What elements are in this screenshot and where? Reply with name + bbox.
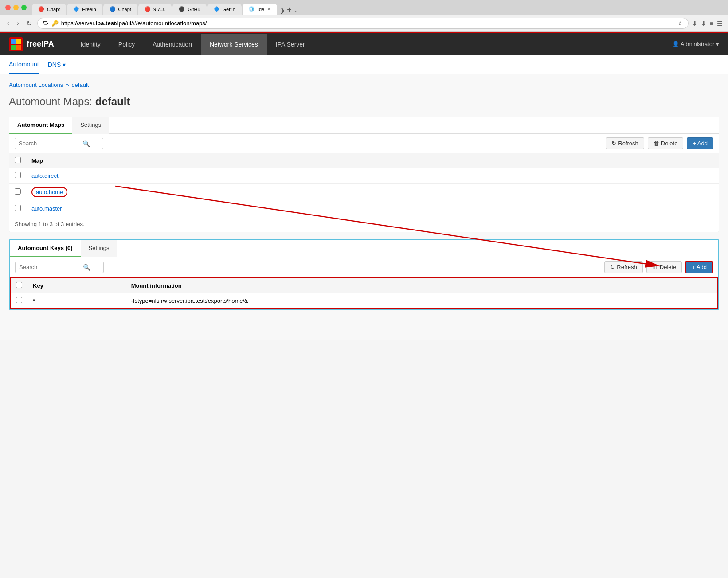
freeipa-logo-icon [9,37,23,51]
col-mount-header: Mount information [126,278,717,293]
search-icon[interactable]: 🔍 [82,140,90,147]
reload-button[interactable]: ↻ [24,18,34,28]
select-all-keys-checkbox[interactable] [16,282,22,288]
reader-icon[interactable]: ≡ [710,20,713,27]
trash-icon: 🗑 [652,264,658,270]
security-icon: 🛡 [43,20,49,27]
bookmark-icon[interactable]: ☆ [677,20,683,27]
nav-authentication[interactable]: Authentication [144,34,201,55]
search-icon[interactable]: 🔍 [83,264,90,271]
svg-rect-2 [16,39,21,44]
table-row: auto.master [9,201,719,216]
maps-table: Map auto.direct auto.home auto.master [9,153,719,216]
breadcrumb-current: default [71,82,89,88]
maps-refresh-button[interactable]: ↻ Refresh [606,137,644,149]
maps-toolbar: 🔍 ↻ Refresh 🗑 Delete + Add [9,134,719,153]
content-area: Automount Locations » default Automount … [0,74,728,340]
browser-tab[interactable]: 🔴 9.7.3. [138,4,172,15]
annotation-container: Automount Keys (0) Settings 🔍 ↻ Refresh … [9,239,719,310]
tab-automount-maps[interactable]: Automount Maps [9,117,72,134]
keys-search-input[interactable] [19,264,81,270]
tab-keys-settings[interactable]: Settings [81,240,117,257]
row-checkbox[interactable] [15,188,21,195]
browser-tab[interactable]: 🔵 Chapt [103,4,137,15]
svg-rect-4 [16,45,21,50]
tab-overflow-button[interactable]: ❯ [280,7,285,14]
maps-add-button[interactable]: + Add [687,137,713,149]
lock-icon: 🔑 [51,20,59,27]
browser-tab[interactable]: ⚫ GitHu [172,4,206,15]
refresh-icon: ↻ [611,140,616,147]
subnav-dns[interactable]: DNS ▾ [48,61,66,68]
mount-cell: -fstype=nfs,rw server.ipa.test:/exports/… [126,293,717,309]
keys-refresh-button[interactable]: ↻ Refresh [604,261,643,273]
key-row-checkbox[interactable] [16,297,22,303]
subnav-automount[interactable]: Automount [9,55,39,74]
main-nav: Identity Policy Authentication Network S… [72,34,314,55]
maps-delete-button[interactable]: 🗑 Delete [648,137,684,149]
col-map-header: Map [26,153,719,168]
tab-list-button[interactable]: ⌄ [294,7,299,14]
download-icon[interactable]: ⬇ [701,20,706,27]
nav-identity[interactable]: Identity [72,34,110,55]
breadcrumb-separator: » [66,82,69,88]
trash-icon: 🗑 [654,140,659,147]
svg-rect-3 [11,45,16,50]
keys-delete-button[interactable]: 🗑 Delete [646,261,682,273]
admin-menu[interactable]: 👤 Administrator ▾ [672,41,719,47]
keys-table: Key Mount information * -fstype=nfs,rw s… [11,278,717,308]
maps-search-box[interactable]: 🔍 [15,138,103,149]
minimize-button[interactable] [13,5,19,10]
panel-tabs: Automount Maps Settings [9,117,719,134]
row-checkbox[interactable] [15,172,21,178]
nav-policy[interactable]: Policy [110,34,144,55]
page-title: Automount Maps: default [9,95,719,108]
tab-close-icon[interactable]: ✕ [267,6,271,12]
browser-tab-active[interactable]: 🧊 Ide ✕ [243,4,277,15]
keys-toolbar: 🔍 ↻ Refresh 🗑 Delete + Add [10,257,718,277]
nav-network-services[interactable]: Network Services [201,34,267,55]
browser-tab[interactable]: 🔴 Chapt [32,4,66,15]
keys-panel-tabs: Automount Keys (0) Settings [10,240,718,257]
sub-nav: Automount DNS ▾ [0,55,728,74]
automount-keys-panel: Automount Keys (0) Settings 🔍 ↻ Refresh … [9,239,719,310]
browser-window: 🔴 Chapt 🔷 Freeip 🔵 Chapt 🔴 9.7.3. ⚫ [0,0,728,340]
keys-add-button[interactable]: + Add [685,261,713,273]
new-tab-button[interactable]: + [287,5,292,15]
svg-rect-1 [11,39,16,44]
row-checkbox[interactable] [15,205,21,211]
maps-showing-text: Showing 1 to 3 of 3 entries. [9,216,719,232]
back-button[interactable]: ‹ [5,19,11,28]
app-logo: freeIPA [9,37,54,51]
close-button[interactable] [5,5,11,10]
browser-tab[interactable]: 🔷 Freeip [67,4,102,15]
forward-button[interactable]: › [15,19,20,28]
maps-search-input[interactable] [19,140,81,147]
tab-settings[interactable]: Settings [72,117,109,134]
browser-tab[interactable]: 🔷 Gettin [207,4,242,15]
menu-icon[interactable]: ☰ [717,20,723,27]
table-row: auto.direct [9,168,719,184]
map-link-auto-master[interactable]: auto.master [31,205,62,212]
map-link-auto-direct[interactable]: auto.direct [31,172,59,179]
chevron-down-icon: ▾ [63,61,66,68]
col-key-header: Key [27,278,126,293]
keys-table-highlighted: Key Mount information * -fstype=nfs,rw s… [10,277,718,309]
automount-maps-panel: Automount Maps Settings 🔍 ↻ Refresh 🗑 De… [9,117,719,232]
refresh-icon: ↻ [610,264,615,270]
table-row: * -fstype=nfs,rw server.ipa.test:/export… [11,293,717,309]
address-bar[interactable]: 🛡 🔑 https://server.ipa.test/ipa/ui/#/e/a… [37,18,689,29]
select-all-maps-checkbox[interactable] [15,157,21,163]
maximize-button[interactable] [21,5,27,10]
map-link-auto-home[interactable]: auto.home [31,187,67,197]
pocket-icon[interactable]: ⬇ [692,20,697,27]
tab-automount-keys[interactable]: Automount Keys (0) [10,240,81,257]
nav-ipa-server[interactable]: IPA Server [267,34,314,55]
url-display: https://server.ipa.test/ipa/ui/#/e/autom… [61,20,207,27]
keys-search-box[interactable]: 🔍 [15,262,104,273]
key-cell: * [27,293,126,309]
table-row: auto.home [9,184,719,201]
breadcrumb: Automount Locations » default [9,82,719,88]
breadcrumb-parent-link[interactable]: Automount Locations [9,82,63,88]
app-header: freeIPA Identity Policy Authentication N… [0,32,728,55]
